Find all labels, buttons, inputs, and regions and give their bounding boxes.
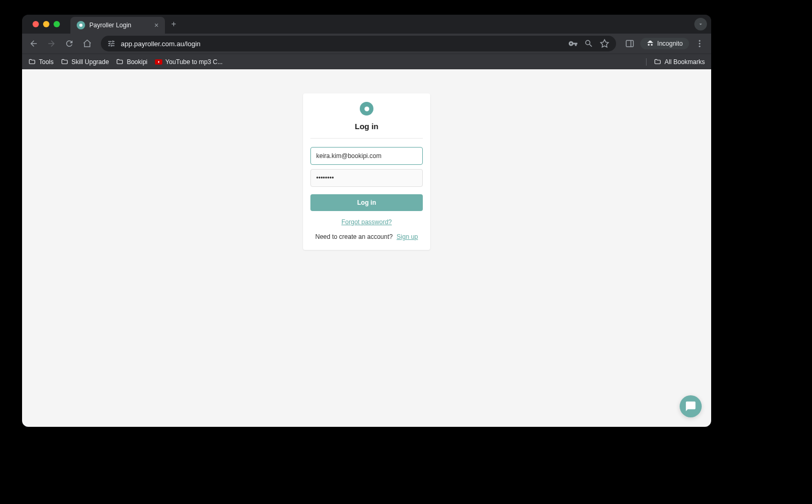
svg-point-3 — [699, 43, 701, 45]
window-controls — [26, 21, 66, 27]
signup-link[interactable]: Sign up — [397, 233, 418, 240]
tabs-dropdown-button[interactable] — [694, 18, 707, 30]
browser-window: Payroller Login × + app.payroller.co — [22, 15, 711, 427]
side-panel-button[interactable] — [622, 36, 637, 51]
all-bookmarks-label: All Bookmarks — [664, 58, 705, 66]
svg-point-2 — [699, 40, 701, 41]
close-window-button[interactable] — [33, 21, 39, 27]
home-icon — [82, 39, 92, 48]
divider — [310, 138, 423, 139]
logo-icon — [360, 102, 373, 116]
favicon-icon — [77, 21, 85, 29]
tab-title: Payroller Login — [89, 22, 150, 29]
folder-icon — [116, 58, 123, 66]
folder-icon — [61, 58, 68, 66]
zoom-button[interactable] — [584, 38, 594, 49]
bookmarks-bar: Tools Skill Upgrade Bookipi YouTube to m… — [22, 54, 711, 69]
bookmark-label: YouTube to mp3 C... — [165, 58, 223, 66]
close-tab-button[interactable]: × — [154, 22, 159, 29]
page-content: Log in Log in Forgot password? Need to c… — [22, 69, 711, 427]
password-key-button[interactable] — [568, 38, 578, 49]
bookmark-label: Skill Upgrade — [71, 58, 109, 66]
chat-icon — [685, 401, 696, 412]
zoom-icon — [584, 39, 594, 48]
email-input[interactable] — [310, 147, 423, 165]
site-settings-button[interactable] — [107, 39, 116, 48]
login-title: Log in — [310, 122, 423, 131]
incognito-label: Incognito — [657, 40, 683, 47]
reload-icon — [65, 39, 74, 48]
arrow-right-icon — [47, 39, 56, 48]
home-button[interactable] — [80, 36, 95, 51]
login-button[interactable]: Log in — [310, 194, 423, 211]
menu-button[interactable] — [692, 36, 707, 51]
all-bookmarks-button[interactable]: All Bookmarks — [654, 58, 705, 66]
tab-bar: Payroller Login × + — [22, 15, 711, 34]
bookmark-youtube[interactable]: YouTube to mp3 C... — [155, 58, 223, 66]
youtube-icon — [155, 59, 162, 65]
folder-icon — [654, 58, 661, 66]
signup-prompt: Need to create an account? — [315, 233, 392, 240]
back-button[interactable] — [26, 36, 41, 51]
svg-point-4 — [699, 46, 701, 47]
bookmark-button[interactable] — [599, 38, 610, 49]
bookmark-tools[interactable]: Tools — [28, 58, 54, 66]
bookmark-label: Tools — [39, 58, 54, 66]
url-text: app.payroller.com.au/login — [121, 40, 563, 48]
address-bar[interactable]: app.payroller.com.au/login — [101, 36, 616, 51]
bookmark-bookipi[interactable]: Bookipi — [116, 58, 147, 66]
panel-icon — [625, 39, 634, 48]
incognito-badge[interactable]: Incognito — [640, 38, 689, 49]
minimize-window-button[interactable] — [43, 21, 49, 27]
forgot-password-link[interactable]: Forgot password? — [310, 218, 423, 226]
browser-tab[interactable]: Payroller Login × — [70, 17, 165, 34]
new-tab-button[interactable]: + — [165, 19, 182, 29]
chat-widget-button[interactable] — [680, 395, 702, 417]
password-input[interactable] — [310, 169, 423, 187]
chevron-down-icon — [698, 21, 704, 27]
svg-rect-0 — [627, 40, 634, 47]
forward-button[interactable] — [44, 36, 59, 51]
star-icon — [600, 39, 609, 48]
key-icon — [568, 39, 578, 48]
maximize-window-button[interactable] — [54, 21, 60, 27]
dots-vertical-icon — [695, 39, 704, 48]
bookmark-skill-upgrade[interactable]: Skill Upgrade — [61, 58, 109, 66]
folder-icon — [28, 58, 36, 66]
signup-row: Need to create an account? Sign up — [310, 233, 423, 240]
reload-button[interactable] — [62, 36, 77, 51]
incognito-icon — [647, 40, 654, 47]
browser-toolbar: app.payroller.com.au/login Incognito — [22, 34, 711, 54]
arrow-left-icon — [29, 39, 38, 48]
bookmark-label: Bookipi — [127, 58, 147, 66]
login-card: Log in Log in Forgot password? Need to c… — [303, 93, 430, 250]
tune-icon — [107, 39, 116, 48]
